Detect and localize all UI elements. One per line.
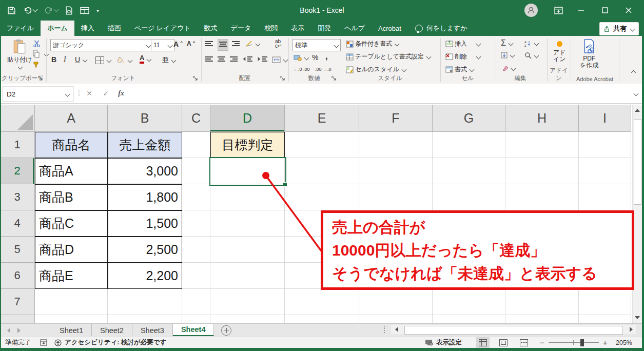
insert-cells-button[interactable]: 挿入 <box>445 40 480 48</box>
italic-button[interactable]: I <box>64 55 66 64</box>
horizontal-scrollbar-thumb[interactable] <box>404 326 623 335</box>
cell-H8[interactable] <box>505 315 579 323</box>
format-painter-button[interactable] <box>33 61 40 68</box>
cell-A3[interactable]: 商品B <box>35 184 108 210</box>
align-right-button[interactable] <box>230 55 238 63</box>
cell-B4[interactable]: 1,500 <box>108 210 182 237</box>
column-header-D[interactable]: D <box>210 105 285 132</box>
cell-B3[interactable]: 1,800 <box>108 184 182 210</box>
phonetic-button[interactable]: 亜 <box>162 55 175 65</box>
cell-E3[interactable] <box>285 184 359 210</box>
align-bottom-button[interactable] <box>232 40 240 47</box>
row-header-2[interactable]: 2 <box>0 158 35 184</box>
cell-C4[interactable] <box>182 210 210 237</box>
sheet-tab-Sheet3[interactable]: Sheet3 <box>132 324 173 337</box>
delete-cells-button[interactable]: 削除 <box>445 52 480 61</box>
cell-D7[interactable] <box>210 289 285 315</box>
row-header-4[interactable]: 4 <box>0 210 35 237</box>
cell-D1[interactable]: 目標判定 <box>210 132 285 158</box>
name-box-dropdown-icon[interactable] <box>65 91 70 96</box>
cell-E8[interactable] <box>285 315 359 323</box>
format-cells-button[interactable]: 書式 <box>445 65 474 74</box>
font-name-combobox[interactable]: 游ゴシック <box>50 39 153 51</box>
cell-C1[interactable] <box>182 132 210 158</box>
zoom-slider[interactable] <box>549 342 599 343</box>
ribbon-tab-表示[interactable]: 表示 <box>284 21 311 36</box>
horizontal-scrollbar[interactable] <box>391 325 636 334</box>
clear-button[interactable] <box>501 65 515 71</box>
cell-E1[interactable] <box>285 132 359 158</box>
cell-I8[interactable] <box>579 315 631 323</box>
maximize-button[interactable] <box>593 0 617 21</box>
ribbon-tab-Acrobat[interactable]: Acrobat <box>372 21 408 36</box>
user-avatar[interactable] <box>524 4 538 17</box>
ribbon-display-options-icon[interactable] <box>547 0 570 21</box>
row-header-1[interactable]: 1 <box>0 132 35 158</box>
cell-C3[interactable] <box>182 184 210 210</box>
cut-button[interactable] <box>33 40 41 47</box>
cell-F1[interactable] <box>359 132 433 158</box>
sheet-tab-Sheet4[interactable]: Sheet4 <box>173 324 214 337</box>
orientation-button[interactable] <box>245 40 260 47</box>
ribbon-tab-ヘルプ[interactable]: ヘルプ <box>338 21 372 36</box>
row-header-8[interactable]: 8 <box>0 315 35 323</box>
merge-center-button[interactable] <box>272 56 287 63</box>
share-button[interactable]: 共有 <box>599 22 639 35</box>
font-color-button[interactable]: A <box>140 55 151 64</box>
row-header-7[interactable]: 7 <box>0 289 35 315</box>
ribbon-tab-挿入[interactable]: 挿入 <box>74 21 101 36</box>
cell-E2[interactable] <box>285 158 359 184</box>
ribbon-tab-描画[interactable]: 描画 <box>101 21 128 36</box>
number-format-combobox[interactable]: 標準 <box>292 39 341 51</box>
format-as-table-button[interactable]: テーブルとして書式設定 <box>346 52 431 61</box>
cell-H3[interactable] <box>505 184 579 210</box>
align-middle-button[interactable] <box>218 39 228 51</box>
autosum-button[interactable]: Σ <box>501 38 513 48</box>
cell-D6[interactable] <box>210 263 285 289</box>
percent-style-button[interactable]: % <box>312 53 318 62</box>
cell-D8[interactable] <box>210 315 285 323</box>
fill-handle[interactable] <box>283 182 287 187</box>
cell-B2[interactable]: 3,000 <box>108 158 182 184</box>
cell-C7[interactable] <box>182 289 210 315</box>
wrap-text-button[interactable]: abc↵ <box>275 39 282 48</box>
increase-indent-button[interactable] <box>258 55 267 63</box>
align-left-button[interactable] <box>205 55 213 63</box>
cell-H1[interactable] <box>505 132 579 158</box>
collapse-ribbon-button[interactable] <box>630 71 635 74</box>
cell-D3[interactable] <box>210 184 285 210</box>
cell-G3[interactable] <box>433 184 505 210</box>
sheet-tab-Sheet2[interactable]: Sheet2 <box>92 324 132 337</box>
column-header-B[interactable]: B <box>108 105 182 132</box>
accessibility-status[interactable]: アクセシビリティ: 検討が必要です <box>54 337 166 348</box>
cell-H7[interactable] <box>505 289 579 315</box>
decrease-decimal-button[interactable]: .00 →.0 <box>315 67 331 72</box>
select-all-corner[interactable] <box>0 105 35 132</box>
cell-I7[interactable] <box>579 289 631 315</box>
conditional-formatting-button[interactable]: 条件付き書式 <box>346 40 399 48</box>
cell-B7[interactable] <box>108 289 182 315</box>
cell-A2[interactable]: 商品A <box>35 158 108 184</box>
cell-C2[interactable] <box>182 158 210 184</box>
row-header-3[interactable]: 3 <box>0 184 35 210</box>
alignment-dialog-launcher[interactable] <box>280 76 286 82</box>
scroll-down-icon[interactable] <box>633 313 641 322</box>
cell-E7[interactable] <box>285 289 359 315</box>
normal-view-button[interactable] <box>476 337 490 348</box>
close-button[interactable] <box>617 0 640 21</box>
cell-A7[interactable] <box>35 289 108 315</box>
ribbon-tab-ファイル[interactable]: ファイル <box>0 21 41 36</box>
column-header-C[interactable]: C <box>182 105 210 132</box>
minimize-button[interactable] <box>570 0 593 21</box>
borders-button[interactable] <box>95 56 111 64</box>
enter-formula-icon[interactable]: ✓ <box>99 86 113 101</box>
zoom-out-button[interactable]: − <box>540 338 544 347</box>
zoom-level[interactable]: 205% <box>616 337 632 348</box>
page-break-view-button[interactable] <box>517 337 531 348</box>
decrease-font-size-button[interactable]: A˅ <box>187 40 195 47</box>
number-dialog-launcher[interactable] <box>331 76 337 82</box>
cell-H2[interactable] <box>505 158 579 184</box>
row-header-5[interactable]: 5 <box>0 237 35 263</box>
display-settings-button[interactable]: 表示設定 <box>425 337 462 348</box>
name-box[interactable]: D2 <box>2 86 74 102</box>
